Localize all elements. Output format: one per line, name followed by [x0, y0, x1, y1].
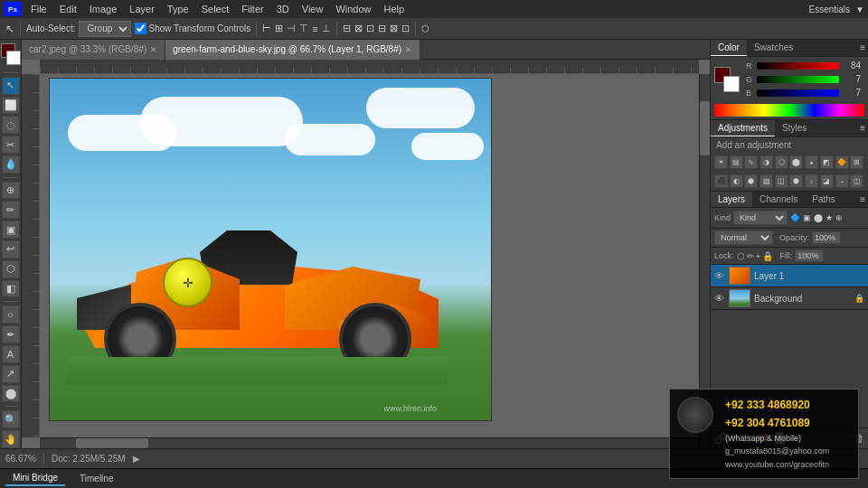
lock-transparent-icon[interactable]: ⬡	[737, 251, 745, 261]
menu-filter[interactable]: Filter	[236, 2, 269, 16]
align-middle-icon[interactable]: ≡	[312, 23, 317, 34]
pen-tool[interactable]: ✒	[2, 325, 20, 343]
menu-edit[interactable]: Edit	[54, 2, 82, 16]
adj-threshold[interactable]: ▧	[760, 174, 773, 188]
adj-7[interactable]: ⬦	[805, 174, 818, 188]
distribute-4-icon[interactable]: ⊟	[378, 23, 386, 34]
selection-tool[interactable]: ⬜	[2, 97, 20, 115]
menu-select[interactable]: Select	[196, 2, 235, 16]
zoom-tool[interactable]: 🔍	[2, 410, 20, 428]
tab-adjustments[interactable]: Adjustments	[711, 120, 775, 136]
eraser-tool[interactable]: ⬡	[2, 260, 20, 278]
tab-styles[interactable]: Styles	[775, 120, 814, 136]
align-bottom-icon[interactable]: ⊥	[322, 23, 331, 34]
adj-8[interactable]: ◪	[820, 174, 834, 188]
distribute-3-icon[interactable]: ⊡	[366, 23, 374, 34]
autoselect-select[interactable]: Group Layer	[79, 21, 131, 37]
adj-10[interactable]: ◫	[850, 174, 863, 188]
b-slider[interactable]	[757, 89, 839, 97]
adj-colorbalance[interactable]: ⬥	[805, 155, 818, 169]
adj-invert[interactable]: ◐	[730, 174, 743, 188]
spot-heal-tool[interactable]: ⊕	[2, 182, 20, 200]
path-selection-tool[interactable]: ↗	[2, 365, 20, 383]
layers-panel-menu-icon[interactable]: ≡	[857, 192, 868, 207]
lock-position-icon[interactable]: +	[756, 251, 761, 261]
layer-1-item[interactable]: 👁 Layer 1	[711, 265, 868, 287]
filter-icon-3[interactable]: ⬤	[814, 213, 823, 222]
menu-layer[interactable]: Layer	[124, 2, 160, 16]
gradient-tool[interactable]: ◧	[2, 280, 20, 298]
adj-exposure[interactable]: ◑	[760, 155, 773, 169]
menu-window[interactable]: Window	[330, 2, 376, 16]
filter-icon-1[interactable]: 🔷	[790, 213, 800, 222]
menu-file[interactable]: File	[25, 2, 52, 16]
transform-check-label[interactable]: Show Transform Controls	[135, 23, 250, 34]
adj-levels[interactable]: ▤	[730, 155, 743, 169]
r-slider[interactable]	[757, 62, 839, 70]
hand-tool[interactable]: 🤚	[2, 430, 20, 448]
adj-photo-filter[interactable]: 🔶	[835, 155, 849, 169]
history-brush-tool[interactable]: ↩	[2, 240, 20, 258]
distribute-1-icon[interactable]: ⊟	[343, 23, 351, 34]
filter-icon-5[interactable]: ⊕	[835, 213, 843, 222]
dodge-tool[interactable]: ○	[2, 305, 20, 324]
tab-swatches[interactable]: Swatches	[747, 40, 800, 56]
filter-icon-2[interactable]: ▣	[803, 213, 811, 222]
adj-selective-color[interactable]: ⬣	[789, 174, 803, 188]
timeline-tab[interactable]: Timeline	[72, 472, 120, 485]
tab-channels[interactable]: Channels	[752, 192, 805, 207]
adj-gradient-map[interactable]: ◫	[775, 174, 788, 188]
align-left-icon[interactable]: ⊢	[262, 23, 271, 34]
background-layer-item[interactable]: 👁 Background 🔒	[711, 287, 868, 310]
crop-tool[interactable]: ✂	[2, 136, 20, 154]
opacity-input[interactable]	[812, 231, 841, 244]
lock-all-icon[interactable]: 🔒	[762, 251, 773, 261]
lasso-tool[interactable]: ◌	[2, 116, 20, 134]
tab-car2-close[interactable]: ✕	[150, 45, 157, 54]
color-panel-menu-icon[interactable]: ≡	[857, 40, 868, 56]
move-tool[interactable]: ↖	[2, 77, 20, 95]
background-color[interactable]	[6, 51, 21, 65]
g-slider[interactable]	[757, 76, 839, 83]
menu-help[interactable]: Help	[379, 2, 410, 16]
adj-hsl[interactable]: ⬤	[789, 155, 803, 169]
type-tool[interactable]: A	[2, 345, 20, 363]
horizontal-scrollbar[interactable]	[40, 437, 699, 448]
tab-green-farm[interactable]: green-farm-and-blue-sky.jpg @ 66.7% (Lay…	[165, 40, 420, 60]
distribute-6-icon[interactable]: ⊡	[401, 23, 410, 34]
align-top-icon[interactable]: ⊤	[299, 23, 308, 34]
align-right-icon[interactable]: ⊣	[287, 23, 296, 34]
v-scroll-thumb[interactable]	[700, 101, 710, 155]
align-center-icon[interactable]: ⊞	[275, 23, 283, 34]
tab-paths[interactable]: Paths	[805, 192, 843, 207]
shape-tool[interactable]: ⬤	[2, 385, 20, 403]
essentials-dropdown-icon[interactable]: ▼	[855, 5, 864, 14]
adj-channel-mixer[interactable]: ⊞	[850, 155, 863, 169]
canvas-workspace[interactable]: ✛ www.hlren.info	[22, 60, 710, 448]
stamp-tool[interactable]: ▣	[2, 221, 20, 239]
mini-bridge-tab[interactable]: Mini Bridge	[5, 471, 65, 486]
adj-9[interactable]: ⬩	[835, 174, 849, 188]
color-spectrum-bar[interactable]	[714, 104, 864, 117]
status-arrow-icon[interactable]: ▶	[133, 454, 140, 464]
adj-curves[interactable]: ∿	[744, 155, 758, 169]
adj-brightness[interactable]: ☀	[714, 155, 728, 169]
kind-select[interactable]: Kind	[733, 211, 788, 225]
menu-view[interactable]: View	[297, 2, 329, 16]
tab-green-farm-close[interactable]: ✕	[405, 45, 412, 54]
adj-color-lookup[interactable]: ⬛	[714, 174, 728, 188]
adj-posterize[interactable]: ⬢	[744, 174, 758, 188]
auto-align-icon[interactable]: ⬡	[421, 23, 429, 33]
fg-bg-indicator[interactable]	[714, 67, 740, 92]
brush-tool[interactable]: ✏	[2, 201, 20, 219]
transform-checkbox[interactable]	[135, 23, 146, 34]
h-scroll-thumb[interactable]	[76, 438, 148, 448]
menu-3d[interactable]: 3D	[271, 2, 295, 16]
tab-layers[interactable]: Layers	[711, 192, 752, 207]
distribute-2-icon[interactable]: ⊠	[354, 23, 363, 34]
tab-car2[interactable]: car2.jpeg @ 33.3% (RGB/8#) ✕	[22, 40, 165, 60]
menu-type[interactable]: Type	[162, 2, 194, 16]
adj-vibrance[interactable]: ⬡	[775, 155, 788, 169]
background-visibility-icon[interactable]: 👁	[714, 293, 725, 304]
filter-icon-4[interactable]: ★	[826, 213, 833, 222]
